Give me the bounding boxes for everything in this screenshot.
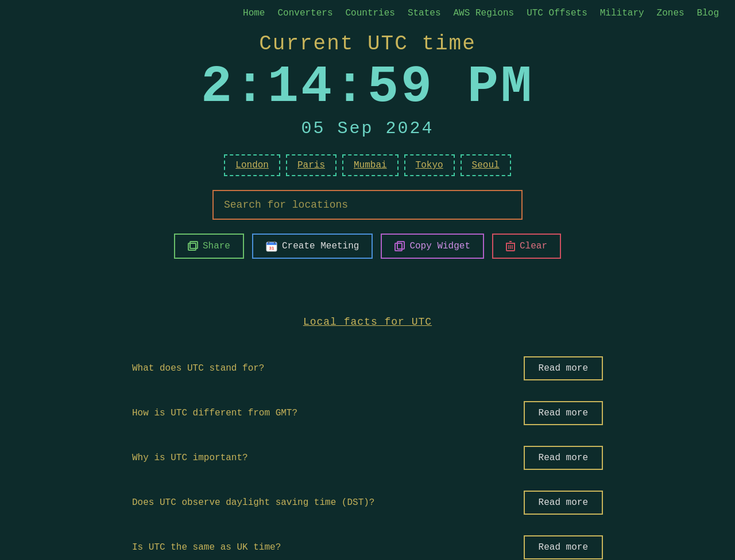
nav-item-zones[interactable]: Zones: [657, 8, 684, 18]
facts-section: Local facts for UTC What does UTC stand …: [109, 305, 626, 560]
read-more-button-3[interactable]: Read more: [524, 491, 603, 515]
fact-question-0: What does UTC stand for?: [132, 363, 512, 374]
facts-title: Local facts for UTC: [132, 316, 603, 328]
main-nav: HomeConvertersCountriesStatesAWS Regions…: [0, 0, 735, 26]
fact-question-1: How is UTC different from GMT?: [132, 408, 512, 418]
hero-time: 2:14:59 PM: [11, 61, 724, 113]
hero-title: Current UTC time: [11, 32, 724, 56]
svg-text:31: 31: [269, 246, 274, 251]
search-wrap: [11, 190, 724, 220]
clear-button[interactable]: Clear: [492, 234, 561, 259]
nav-item-aws-regions[interactable]: AWS Regions: [454, 8, 514, 18]
fact-question-3: Does UTC observe daylight saving time (D…: [132, 497, 512, 508]
location-tag-paris[interactable]: Paris: [286, 154, 336, 176]
fact-row: Is UTC the same as UK time?Read more: [132, 525, 603, 560]
nav-item-home[interactable]: Home: [243, 8, 265, 18]
nav-item-utc-offsets[interactable]: UTC Offsets: [527, 8, 587, 18]
svg-rect-9: [397, 242, 404, 249]
read-more-button-2[interactable]: Read more: [524, 446, 603, 470]
fact-question-4: Is UTC the same as UK time?: [132, 542, 512, 553]
read-more-button-0[interactable]: Read more: [524, 356, 603, 380]
read-more-button-4[interactable]: Read more: [524, 535, 603, 559]
trash-icon: [506, 241, 515, 251]
location-tag-seoul[interactable]: Seoul: [461, 154, 511, 176]
location-tags: LondonParisMumbaiTokyoSeoul: [11, 154, 724, 176]
fact-row: How is UTC different from GMT?Read more: [132, 391, 603, 435]
svg-rect-8: [395, 243, 402, 251]
location-tag-london[interactable]: London: [224, 154, 280, 176]
hero-section: Current UTC time 2:14:59 PM 05 Sep 2024 …: [0, 26, 735, 305]
read-more-button-1[interactable]: Read more: [524, 401, 603, 425]
nav-item-converters[interactable]: Converters: [277, 8, 332, 18]
copy-widget-button[interactable]: Copy Widget: [381, 234, 484, 259]
svg-rect-0: [188, 243, 196, 250]
fact-question-2: Why is UTC important?: [132, 453, 512, 463]
nav-item-blog[interactable]: Blog: [697, 8, 719, 18]
fact-row: What does UTC stand for?Read more: [132, 346, 603, 391]
nav-item-military[interactable]: Military: [600, 8, 644, 18]
fact-row: Does UTC observe daylight saving time (D…: [132, 480, 603, 525]
fact-row: Why is UTC important?Read more: [132, 435, 603, 480]
copy-icon: [394, 241, 405, 251]
action-buttons: Share 31 Create Meeting Copy Widget: [11, 234, 724, 259]
svg-rect-3: [266, 242, 277, 245]
share-icon: [188, 241, 198, 251]
location-tag-mumbai[interactable]: Mumbai: [342, 154, 399, 176]
search-input[interactable]: [212, 190, 523, 220]
svg-rect-1: [190, 242, 198, 248]
share-button[interactable]: Share: [174, 234, 244, 259]
create-meeting-button[interactable]: 31 Create Meeting: [252, 234, 373, 259]
facts-list: What does UTC stand for?Read moreHow is …: [132, 346, 603, 560]
gcal-icon: 31: [266, 240, 277, 252]
nav-item-states[interactable]: States: [408, 8, 441, 18]
location-tag-tokyo[interactable]: Tokyo: [404, 154, 455, 176]
hero-date: 05 Sep 2024: [11, 119, 724, 138]
nav-item-countries[interactable]: Countries: [345, 8, 394, 18]
